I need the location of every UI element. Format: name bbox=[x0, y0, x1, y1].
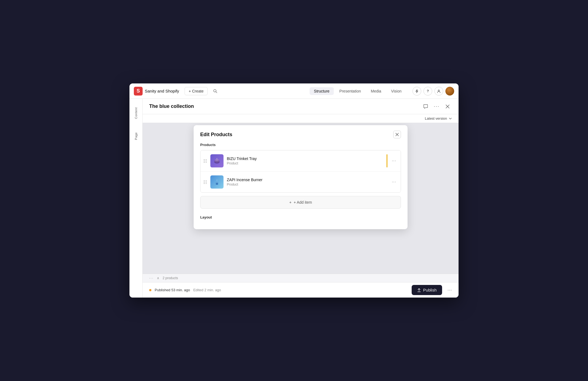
modal-close-button[interactable] bbox=[393, 131, 401, 138]
nav-tabs: Structure Presentation Media Vision bbox=[310, 87, 406, 95]
bottom-bar: Published 53 min. ago Edited 2 min. ago … bbox=[143, 282, 459, 298]
version-selector[interactable]: Latest version bbox=[425, 116, 452, 121]
layout-section-label: Layout bbox=[200, 215, 401, 219]
product-name-zapi: ZAPI Incense Burner bbox=[227, 178, 388, 182]
search-button[interactable] bbox=[211, 87, 220, 96]
nav-actions: ? bbox=[412, 87, 454, 96]
sidebar-item-content[interactable]: Content bbox=[131, 102, 141, 124]
drag-handle-bizu[interactable] bbox=[204, 159, 207, 163]
products-section-label: Products bbox=[200, 143, 401, 147]
product-more-button-bizu[interactable]: ··· bbox=[391, 157, 397, 164]
tab-structure[interactable]: Structure bbox=[310, 87, 334, 95]
product-thumb-bizu bbox=[210, 154, 224, 167]
add-item-plus-icon: + bbox=[289, 200, 292, 204]
close-panel-button[interactable] bbox=[443, 102, 452, 111]
svg-marker-2 bbox=[416, 89, 418, 93]
sub-more-icon: ··· bbox=[149, 276, 154, 280]
product-info-bizu: BIZU Trinket Tray Product bbox=[227, 156, 383, 165]
sub-bottom-bar: ··· ∧ 2 products bbox=[143, 274, 459, 282]
sidebar-item-page[interactable]: Page bbox=[131, 125, 141, 147]
svg-point-10 bbox=[215, 159, 219, 161]
help-icon: ? bbox=[427, 89, 429, 93]
document-body[interactable]: Edit Products Products bbox=[143, 123, 459, 274]
app-window: S Sanity and Shopify + Create Structure … bbox=[129, 83, 459, 298]
svg-point-15 bbox=[216, 179, 217, 180]
svg-point-3 bbox=[438, 90, 440, 91]
product-item-zapi: ZAPI Incense Burner Product ··· bbox=[200, 172, 401, 192]
products-list: BIZU Trinket Tray Product ··· bbox=[200, 150, 401, 193]
modal-overlay: Edit Products Products bbox=[143, 123, 459, 274]
tab-vision[interactable]: Vision bbox=[387, 87, 406, 95]
brand-area: S Sanity and Shopify bbox=[134, 87, 179, 96]
svg-line-1 bbox=[216, 92, 217, 93]
add-item-button[interactable]: + + Add item bbox=[200, 196, 401, 209]
product-item-bizu: BIZU Trinket Tray Product ··· bbox=[200, 150, 401, 172]
publish-button[interactable]: Publish bbox=[412, 285, 442, 295]
brand-name: Sanity and Shopify bbox=[145, 89, 179, 93]
main-area: Content Page The blue collection ··· bbox=[129, 99, 459, 298]
product-type-zapi: Product bbox=[227, 183, 388, 186]
user-icon-button[interactable] bbox=[434, 87, 443, 96]
brand-logo: S bbox=[134, 87, 143, 96]
products-count-label: 2 products bbox=[163, 276, 178, 280]
product-more-button-zapi[interactable]: ··· bbox=[391, 178, 397, 186]
tab-media[interactable]: Media bbox=[366, 87, 386, 95]
content-tab-label: Content bbox=[134, 107, 138, 119]
modal-title: Edit Products bbox=[200, 132, 232, 138]
edited-status-text: Edited 2 min. ago bbox=[193, 288, 221, 292]
modal-body: Products bbox=[194, 143, 408, 229]
document-title: The blue collection bbox=[149, 103, 421, 109]
page-tab-label: Page bbox=[134, 132, 138, 140]
right-border-bizu bbox=[386, 154, 388, 167]
tab-presentation[interactable]: Presentation bbox=[335, 87, 365, 95]
comment-button[interactable] bbox=[421, 102, 430, 111]
product-type-bizu: Product bbox=[227, 161, 383, 165]
product-info-zapi: ZAPI Incense Burner Product bbox=[227, 178, 388, 186]
layout-section: Layout bbox=[200, 215, 401, 219]
lightning-icon-button[interactable] bbox=[412, 87, 421, 96]
top-navigation: S Sanity and Shopify + Create Structure … bbox=[129, 83, 459, 99]
chevron-up-icon: ∧ bbox=[157, 276, 159, 280]
version-bar: Latest version bbox=[143, 114, 459, 123]
sidebar-tabs: Content Page bbox=[129, 99, 143, 298]
drag-handle-zapi[interactable] bbox=[204, 180, 207, 184]
publish-button-label: Publish bbox=[423, 288, 437, 292]
modal-header: Edit Products bbox=[194, 125, 408, 143]
bottom-more-button[interactable]: ··· bbox=[445, 286, 454, 295]
version-label: Latest version bbox=[425, 116, 447, 121]
content-panel: The blue collection ··· bbox=[143, 99, 459, 298]
status-dot bbox=[149, 289, 151, 291]
edit-products-modal: Edit Products Products bbox=[194, 125, 408, 229]
help-icon-button[interactable]: ? bbox=[423, 87, 432, 96]
product-thumb-zapi bbox=[210, 175, 224, 189]
user-avatar[interactable] bbox=[445, 87, 454, 96]
add-item-label: + Add item bbox=[294, 200, 312, 204]
product-name-bizu: BIZU Trinket Tray bbox=[227, 156, 383, 161]
published-status-text: Published 53 min. ago bbox=[155, 288, 190, 292]
document-actions: ··· bbox=[421, 102, 452, 111]
create-button[interactable]: + Create bbox=[185, 87, 208, 95]
document-header: The blue collection ··· bbox=[143, 99, 459, 114]
more-options-button[interactable]: ··· bbox=[432, 102, 441, 111]
